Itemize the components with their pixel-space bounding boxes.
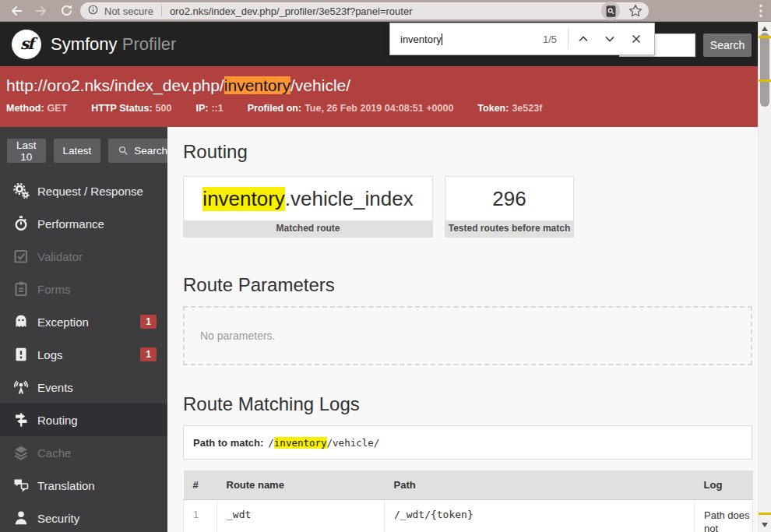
sidebar-item-events[interactable]: Events	[0, 371, 167, 403]
meta-ip: IP:::1	[195, 103, 223, 114]
find-match-marker	[759, 79, 771, 82]
panel-title: Routing	[183, 141, 758, 163]
meta-method: Method:GET	[6, 103, 67, 114]
back-icon[interactable]	[8, 2, 25, 19]
latest-button[interactable]: Latest	[54, 139, 101, 163]
find-next-button[interactable]	[597, 27, 621, 51]
sidebar-item-performance[interactable]: Performance	[0, 207, 167, 240]
url-text[interactable]: oro2.nks/index_dev.php/_profiler/3e523f?…	[170, 5, 601, 17]
col-log: Log	[695, 470, 753, 499]
table-row: 1 _wdt /_wdt/{token} Path does not	[184, 499, 753, 532]
find-input[interactable]: inventory	[400, 33, 442, 45]
col-path: Path	[385, 470, 695, 499]
symfony-logo[interactable]: sf	[12, 30, 41, 59]
meta-profiled-on: Profiled on:Tue, 26 Feb 2019 04:08:51 +0…	[248, 103, 454, 114]
row-path: /_wdt/{token}	[385, 499, 695, 532]
request-summary-banner: http://oro2.nks/index_dev.php/inventory/…	[0, 66, 758, 127]
omnibox[interactable]: Not secure oro2.nks/index_dev.php/_profi…	[80, 2, 649, 19]
forward-icon[interactable]	[33, 2, 50, 19]
info-icon[interactable]	[87, 4, 99, 19]
find-inactive-match: inventory	[274, 437, 327, 449]
find-inactive-match: inventory	[202, 187, 285, 211]
omnibox-divider	[161, 5, 162, 16]
scrollbar-thumb[interactable]	[760, 33, 769, 107]
page-scrollbar[interactable]	[758, 22, 771, 532]
last10-button[interactable]: Last 10	[7, 139, 46, 163]
sidebar-item-label: Cache	[37, 446, 167, 460]
sidebar-item-label: Performance	[37, 217, 167, 231]
sidebar-item-label: Logs	[37, 348, 140, 361]
sidebar-item-label: Translation	[37, 479, 167, 492]
find-match-count: 1/5	[543, 33, 568, 45]
row-number: 1	[184, 499, 217, 532]
empty-parameters-box: No parameters.	[183, 306, 752, 365]
scroll-up-icon[interactable]	[762, 26, 768, 31]
sidebar-item-label: Events	[37, 381, 167, 394]
sidebar-item-request-response[interactable]: Request / Response	[0, 174, 167, 207]
find-previous-button[interactable]	[571, 27, 595, 51]
route-matching-table: # Route name Path Log 1 _wdt /_wdt/{toke…	[183, 470, 753, 532]
browser-toolbar: Not secure oro2.nks/index_dev.php/_profi…	[0, 0, 771, 22]
route-parameters-heading: Route Parameters	[183, 274, 758, 296]
profiled-url: http://oro2.nks/index_dev.php/inventory/…	[0, 66, 758, 95]
sidebar-item-logs[interactable]: Logs 1	[0, 338, 167, 371]
row-route-name: _wdt	[217, 499, 385, 532]
stopwatch-icon	[12, 215, 30, 232]
ghost-icon	[12, 313, 30, 330]
route-matching-logs-section: Route Matching Logs Path to match: /inve…	[167, 393, 758, 532]
panel-content: Routing inventory.vehicle_index Matched …	[167, 127, 758, 532]
find-match-marker	[759, 513, 771, 515]
sidebar-item-label: Routing	[37, 414, 167, 427]
tested-routes-caption: Tested routes before match	[445, 220, 573, 237]
find-active-match: inventory	[224, 76, 290, 94]
sidebar-item-routing[interactable]: Routing	[0, 403, 167, 436]
sidebar-item-cache: Cache	[0, 436, 167, 469]
logs-count-badge: 1	[140, 347, 157, 361]
translation-icon	[12, 477, 30, 494]
search-icon	[118, 145, 129, 157]
sidebar-item-label: Exception	[37, 315, 140, 329]
sidebar-item-label: Request / Response	[37, 185, 167, 198]
gears-icon	[12, 182, 30, 199]
tested-routes-metric: 296 Tested routes before match	[445, 176, 574, 238]
sidebar-item-exception[interactable]: Exception 1	[0, 305, 167, 338]
route-matching-logs-heading: Route Matching Logs	[183, 393, 758, 415]
bookmark-star-icon[interactable]	[627, 2, 644, 19]
scroll-down-icon[interactable]	[762, 523, 768, 527]
routing-metrics: inventory.vehicle_index Matched route 29…	[183, 176, 758, 238]
no-parameters-text: No parameters.	[200, 329, 751, 342]
request-meta: Method:GET HTTP Status:500 IP:::1 Profil…	[0, 95, 758, 114]
exception-count-badge: 1	[140, 315, 157, 329]
sidebar-item-security[interactable]: Security	[0, 502, 167, 532]
sidebar-item-translation[interactable]: Translation	[0, 469, 167, 502]
row-log: Path does not	[695, 499, 753, 532]
find-in-page-icon[interactable]	[601, 2, 620, 20]
profiler-search-button[interactable]: Search	[703, 33, 752, 57]
sidebar-filters: Last 10 Latest Search	[0, 127, 167, 174]
signpost-icon	[12, 411, 30, 428]
route-parameters-section: Route Parameters No parameters.	[167, 274, 758, 365]
antenna-icon	[12, 379, 30, 396]
screen: Not secure oro2.nks/index_dev.php/_profi…	[0, 0, 771, 532]
sidebar-item-validator: Validator	[0, 240, 167, 273]
find-close-icon[interactable]	[624, 27, 648, 51]
browser-menu-icon[interactable]	[754, 4, 768, 18]
col-route-name: Route name	[217, 470, 385, 499]
find-match-marker	[759, 36, 771, 38]
path-to-match-box: Path to match: /inventory/vehicle/	[183, 425, 752, 460]
path-to-match-value: /inventory/vehicle/	[268, 437, 379, 449]
sidebar-item-forms: Forms	[0, 273, 167, 305]
col-number: #	[184, 470, 217, 499]
sidebar-item-label: Validator	[37, 250, 167, 263]
text-caret	[442, 33, 442, 45]
matched-route-value: inventory.vehicle_index	[184, 177, 432, 220]
find-bar-divider	[568, 29, 569, 49]
find-bar: inventory 1/5	[389, 23, 655, 55]
security-label: Not secure	[104, 5, 153, 17]
book-icon	[12, 346, 30, 363]
profiler-sidebar: Last 10 Latest Search Request / Response…	[0, 127, 167, 532]
sidebar-search-button[interactable]: Search	[108, 139, 177, 163]
reload-icon[interactable]	[58, 2, 75, 19]
layers-icon	[12, 444, 30, 461]
person-icon	[12, 509, 30, 527]
